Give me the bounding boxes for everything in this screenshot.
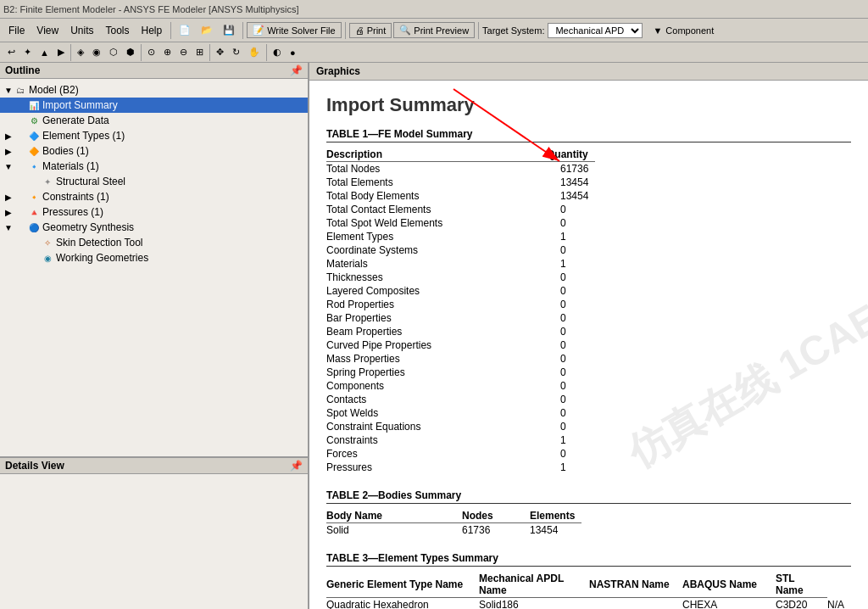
- toolbar2-view1[interactable]: ◐: [269, 43, 286, 62]
- table-row: Spot Welds0: [326, 406, 595, 420]
- tree-item-generate-data[interactable]: ⚙ Generate Data: [0, 113, 308, 128]
- structural-steel-label: Structural Steel: [56, 176, 125, 187]
- table-row: Spring Properties0: [326, 366, 595, 379]
- table1-qty-cell: 1: [547, 230, 595, 243]
- table-row: Total Body Elements13454: [326, 189, 595, 203]
- table1-desc-cell: Rod Properties: [326, 298, 547, 311]
- outline-pin-icon[interactable]: 📌: [290, 64, 303, 76]
- target-system-area: Target System: Mechanical APD ▼ Componen…: [482, 23, 714, 38]
- table1-desc-cell: Total Contact Elements: [326, 203, 547, 216]
- expand-icon-materials[interactable]: ▼: [3, 162, 14, 171]
- outline-panel: Outline 📌 ▼ 🗂 Model (B2) 📊 Import Summar…: [0, 63, 308, 456]
- outline-title: Outline: [5, 64, 40, 76]
- table2-cell: 13454: [530, 523, 581, 538]
- pressures-label: Pressures (1): [42, 206, 103, 218]
- tree-item-constraints[interactable]: ▶ 🔸 Constraints (1): [0, 189, 308, 204]
- table-row: Bar Properties0: [326, 311, 595, 325]
- table1-qty-cell: 0: [547, 243, 595, 257]
- table1-qty-cell: 0: [547, 379, 595, 393]
- table1-body: Total Nodes61736Total Elements13454Total…: [326, 162, 595, 475]
- menu-help[interactable]: Help: [136, 23, 168, 38]
- tree-item-working-geometries[interactable]: ◉ Working Geometries: [0, 250, 308, 265]
- tree-item-structural-steel[interactable]: ✦ Structural Steel: [0, 174, 308, 189]
- menu-file[interactable]: File: [3, 23, 30, 38]
- toolbar2-move[interactable]: ✥: [212, 43, 228, 62]
- toolbar2-rotate[interactable]: ↻: [228, 43, 244, 62]
- tree-item-element-types[interactable]: ▶ 🔷 Element Types (1): [0, 128, 308, 143]
- target-system-select[interactable]: Mechanical APD: [548, 23, 643, 38]
- expand-icon-model[interactable]: ▼: [3, 86, 14, 95]
- table2-col-nodes: Nodes: [462, 509, 530, 523]
- tree-item-skin-detection[interactable]: ✧ Skin Detection Tool: [0, 235, 308, 250]
- tree-item-import-summary[interactable]: 📊 Import Summary: [0, 98, 308, 113]
- table1-desc-cell: Curved Pipe Properties: [326, 338, 547, 352]
- print-preview-button[interactable]: 🔍 Print Preview: [393, 22, 475, 38]
- toolbar2-btn4[interactable]: ▶: [53, 43, 69, 62]
- table1-desc-cell: Spot Welds: [326, 406, 547, 420]
- toolbar2-btn1[interactable]: ↩: [3, 43, 19, 62]
- table3-col-abaqus: ABAQUS Name: [682, 572, 776, 598]
- table2-section: TABLE 2—Bodies Summary Body Name Nodes E…: [326, 489, 851, 537]
- expand-icon-geo-synth[interactable]: ▼: [3, 223, 14, 232]
- sep3: [345, 22, 346, 39]
- table-row: Pressures1: [326, 461, 595, 474]
- table1-qty-cell: 0: [547, 271, 595, 284]
- table-row: Thicknesses0: [326, 271, 595, 284]
- new-button[interactable]: 📄: [175, 21, 195, 40]
- table1-desc-cell: Total Elements: [326, 176, 547, 189]
- toolbar2-btn8[interactable]: ⬢: [122, 43, 139, 62]
- expand-icon-et[interactable]: ▶: [3, 131, 14, 141]
- sep7: [209, 44, 210, 61]
- toolbar2-btn6[interactable]: ◉: [88, 43, 105, 62]
- open-button[interactable]: 📂: [197, 21, 217, 40]
- tree-item-bodies[interactable]: ▶ 🔶 Bodies (1): [0, 143, 308, 159]
- tree-model-root[interactable]: ▼ 🗂 Model (B2): [0, 82, 308, 98]
- menu-view[interactable]: View: [31, 23, 64, 38]
- toolbar2-zoom-out[interactable]: ⊖: [175, 43, 192, 62]
- table1-qty-cell: 13454: [547, 189, 595, 203]
- print-button[interactable]: 🖨 Print: [349, 23, 392, 38]
- toolbar2-btn3[interactable]: ▲: [36, 43, 53, 62]
- table1-qty-cell: 0: [547, 284, 595, 298]
- toolbar2-pan[interactable]: ✋: [244, 43, 264, 62]
- toolbar2-zoom-reset[interactable]: ⊙: [143, 43, 159, 62]
- toolbar2-zoom-fit[interactable]: ⊞: [192, 43, 208, 62]
- skin-detection-label: Skin Detection Tool: [56, 237, 143, 249]
- table1-desc-cell: Element Types: [326, 230, 547, 243]
- table-row: Solid6173613454: [326, 523, 581, 538]
- toolbar2-btn7[interactable]: ⬡: [105, 43, 122, 62]
- table2-cell: 61736: [462, 523, 530, 538]
- print-icon: 🖨: [355, 25, 364, 36]
- menu-units[interactable]: Units: [65, 23, 98, 38]
- details-pin-icon[interactable]: 📌: [290, 460, 303, 472]
- materials-label: Materials (1): [42, 160, 99, 172]
- expand-icon-bodies[interactable]: ▶: [3, 147, 14, 156]
- table3-section: TABLE 3—Element Types Summary Generic El…: [326, 552, 851, 609]
- import-summary-label: Import Summary: [42, 99, 118, 111]
- table3-col-stl: STL Name: [776, 572, 827, 598]
- menu-bar: B2: Finite Element Modeler - ANSYS FE Mo…: [0, 0, 868, 19]
- structural-steel-icon: ✦: [41, 175, 54, 188]
- table3-body: Quadratic HexahedronSolid186CHEXAC3D20N/…: [326, 598, 851, 610]
- toolbar2-view2[interactable]: ●: [286, 43, 300, 62]
- table3-col-generic: Generic Element Type Name: [326, 572, 479, 598]
- toolbar2-btn5[interactable]: ◈: [73, 43, 88, 62]
- toolbar2-zoom-in[interactable]: ⊕: [159, 43, 175, 62]
- sep6: [141, 44, 142, 61]
- geo-synth-icon: 🔵: [27, 221, 41, 234]
- toolbar2-btn2[interactable]: ✦: [19, 43, 36, 62]
- outline-tree: ▼ 🗂 Model (B2) 📊 Import Summary ⚙ Genera: [0, 79, 308, 269]
- table1-qty-cell: 1: [547, 257, 595, 271]
- save-button[interactable]: 💾: [219, 21, 239, 40]
- write-solver-file-button[interactable]: 📝 Write Solver File: [247, 22, 341, 38]
- expand-icon-pressures[interactable]: ▶: [3, 208, 14, 217]
- expand-icon-constraints[interactable]: ▶: [3, 193, 14, 202]
- tree-item-geometry-synthesis[interactable]: ▼ 🔵 Geometry Synthesis: [0, 220, 308, 235]
- table1-qty-cell: 0: [547, 216, 595, 230]
- menu-tools[interactable]: Tools: [100, 23, 134, 38]
- table3-cell: Quadratic Hexahedron: [326, 598, 479, 610]
- tree-item-pressures[interactable]: ▶ 🔺 Pressures (1): [0, 204, 308, 220]
- table-row: Materials1: [326, 257, 595, 271]
- tree-item-materials[interactable]: ▼ 🔹 Materials (1): [0, 159, 308, 174]
- table1: Description Quantity Total Nodes61736Tot…: [326, 148, 595, 474]
